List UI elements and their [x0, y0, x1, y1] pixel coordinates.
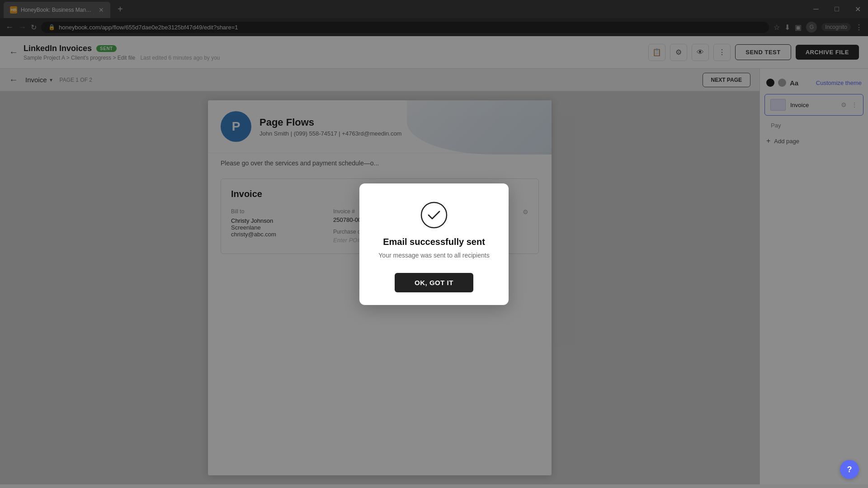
ok-got-it-button[interactable]: OK, GOT IT: [395, 273, 473, 292]
help-button[interactable]: ?: [840, 460, 859, 479]
success-modal: Email successfully sent Your message was…: [359, 183, 509, 305]
modal-overlay[interactable]: Email successfully sent Your message was…: [0, 0, 868, 488]
success-check-icon: [420, 202, 448, 229]
svg-point-0: [421, 202, 447, 228]
modal-subtitle: Your message was sent to all recipients: [374, 251, 494, 260]
modal-title: Email successfully sent: [374, 237, 494, 247]
